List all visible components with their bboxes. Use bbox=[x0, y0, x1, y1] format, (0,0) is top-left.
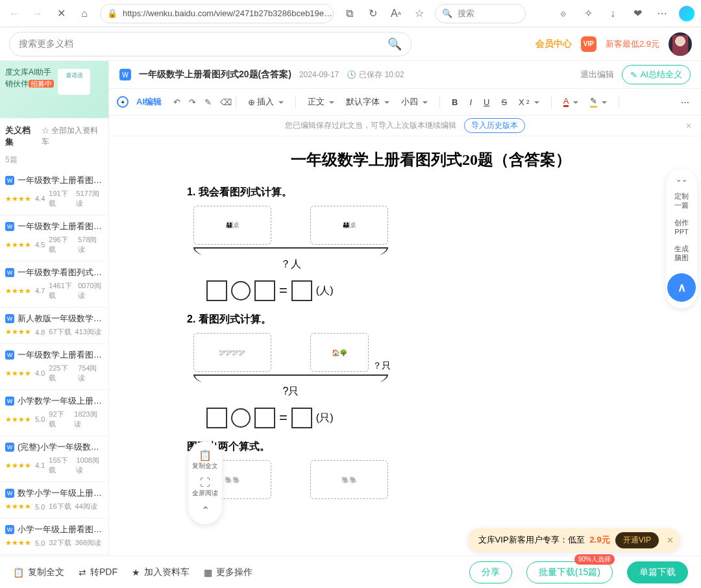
ai-assistant-icon[interactable]: ∧ bbox=[667, 273, 696, 302]
doc-icon: W bbox=[5, 489, 14, 498]
open-vip-button[interactable]: 开通VIP bbox=[615, 532, 659, 548]
redo-button[interactable]: ↷ bbox=[185, 95, 197, 110]
sidebar-item[interactable]: W小学一年级上册看图…★★★★5.032下载368阅读 bbox=[0, 519, 108, 555]
sidebar-item[interactable]: W(完整)小学一年级数…★★★★4.1155下载1008阅读 bbox=[0, 436, 108, 482]
share-button[interactable]: 分享 bbox=[469, 561, 512, 583]
strike-button[interactable]: S bbox=[497, 95, 511, 110]
back-button[interactable]: ← bbox=[6, 6, 22, 21]
member-center-link[interactable]: 会员中心 bbox=[535, 38, 572, 50]
insert-dropdown[interactable]: ⊕ 插入 bbox=[244, 93, 288, 110]
reader-icon[interactable]: ↻ bbox=[365, 6, 380, 21]
sidebar-item[interactable]: W数学小学一年级上册…★★★★5.016下载44阅读 bbox=[0, 482, 108, 519]
to-pdf-button[interactable]: ⇄转PDF bbox=[79, 567, 117, 578]
collections-icon[interactable]: ✧ bbox=[580, 6, 596, 21]
avatar[interactable] bbox=[669, 32, 692, 56]
subscript-button[interactable]: X2 bbox=[515, 95, 543, 110]
font-dropdown[interactable]: 默认字体 bbox=[342, 93, 393, 110]
downloads: 296下载 bbox=[49, 235, 74, 254]
rating: 4.7 bbox=[35, 287, 45, 295]
sidebar-head-text: 关义档集 bbox=[5, 125, 38, 148]
italic-button[interactable]: I bbox=[465, 95, 476, 110]
sidebar-promo[interactable]: 度文库AI助手 销伙伴招募中 邀请函 bbox=[0, 61, 108, 118]
import-history-button[interactable]: 导入历史版本 bbox=[464, 118, 525, 133]
size-dropdown[interactable]: 小四 bbox=[397, 93, 432, 110]
scroll-top-button[interactable]: ⌃ bbox=[201, 504, 210, 517]
paragraph-dropdown[interactable]: 正文 bbox=[304, 93, 338, 110]
underline-button[interactable]: U bbox=[480, 95, 493, 110]
copilot-icon[interactable] bbox=[679, 6, 695, 21]
answer-box[interactable] bbox=[254, 280, 275, 301]
address-bar[interactable]: 🔒 https://wenku.baidu.com/view/2471b27b3… bbox=[100, 4, 334, 23]
q2-brace bbox=[193, 374, 388, 384]
vip-banner-text: 文库VIP新客用户专享：低至 bbox=[478, 534, 585, 546]
single-download-button[interactable]: 单篇下载 bbox=[627, 561, 688, 583]
ai-summary-button[interactable]: ✎AI总结全义 bbox=[622, 65, 691, 84]
answer-box[interactable] bbox=[206, 408, 227, 428]
pdf-icon: ⇄ bbox=[79, 567, 86, 578]
more-ops-button[interactable]: ▦更多操作 bbox=[204, 567, 252, 578]
clear-format-icon[interactable]: ⌫ bbox=[216, 95, 228, 110]
answer-box[interactable] bbox=[206, 280, 227, 301]
copy-icon: 📋 bbox=[13, 567, 24, 578]
search-icon[interactable]: 🔍 bbox=[387, 37, 402, 51]
q2-unit: (只) bbox=[316, 411, 334, 425]
mindmap-button[interactable]: 生成 脑图 bbox=[674, 244, 689, 263]
vip-icon[interactable]: VIP bbox=[581, 36, 596, 52]
downloads: 92下载 bbox=[49, 410, 70, 429]
expand-icon[interactable]: ⌄⌄ bbox=[676, 175, 687, 184]
exit-edit-button[interactable]: 退出编辑 bbox=[580, 69, 614, 80]
custom-article-button[interactable]: 定制 一篇 bbox=[674, 191, 689, 210]
fullscreen-button[interactable]: ⛶全屏阅读 bbox=[192, 477, 218, 498]
favorite-icon[interactable]: ☆ bbox=[412, 6, 427, 21]
text-size-icon[interactable]: AA bbox=[388, 6, 404, 21]
operator-circle[interactable] bbox=[231, 281, 251, 300]
site-search[interactable]: 搜索更多义档 🔍 bbox=[9, 32, 412, 56]
sidebar-item-title: 一年级数学上册看图… bbox=[18, 349, 102, 361]
operator-circle[interactable] bbox=[231, 408, 251, 428]
create-ppt-button[interactable]: 创作 PPT bbox=[674, 218, 689, 237]
sidebar-item[interactable]: W一年级数学上册看图…★★★★4.0225下载754阅读 bbox=[0, 344, 108, 390]
split-screen-icon[interactable]: ⧉ bbox=[341, 6, 357, 21]
reads: 5177阅读 bbox=[76, 189, 103, 208]
add-cart-button[interactable]: ★加入资料车 bbox=[132, 567, 190, 578]
vip-close-icon[interactable]: ✕ bbox=[667, 535, 674, 545]
vip-price: 2.9元 bbox=[590, 534, 610, 546]
batch-download-button[interactable]: 批量下载(15篇) 90%人选择 bbox=[526, 561, 613, 583]
notice-close-icon[interactable]: ✕ bbox=[685, 121, 692, 130]
sidebar-item[interactable]: W一年级数学上册看图…★★★★4.4191下载5177阅读 bbox=[0, 169, 108, 215]
sidebar-item[interactable]: W小学数学一年级上册…★★★★5.092下载1823阅读 bbox=[0, 390, 108, 436]
answer-box[interactable] bbox=[291, 280, 312, 301]
promo-text[interactable]: 新客最低2.9元 bbox=[606, 38, 659, 50]
answer-box[interactable] bbox=[254, 408, 275, 428]
rating: 5.0 bbox=[35, 503, 45, 511]
q2-brace-label: ?只 bbox=[193, 385, 388, 398]
toolbar-more-icon[interactable]: ⋯ bbox=[677, 95, 693, 110]
stars-icon: ★★★★ bbox=[5, 415, 31, 424]
sidebar-item-title: 一年级数学看图列式… bbox=[18, 267, 102, 278]
undo-button[interactable]: ↶ bbox=[169, 95, 181, 110]
stop-button[interactable]: ✕ bbox=[53, 6, 69, 21]
home-button[interactable]: ⌂ bbox=[77, 6, 92, 21]
font-color-button[interactable]: A bbox=[560, 94, 583, 110]
sidebar-item[interactable]: W一年级数学上册看图…★★★★4.5296下载578阅读 bbox=[0, 215, 108, 262]
sidebar-item[interactable]: W新人教版一年级数学…★★★★4.867下载413阅读 bbox=[0, 308, 108, 344]
performance-icon[interactable]: ❤ bbox=[630, 6, 645, 21]
main-area: 度文库AI助手 销伙伴招募中 邀请函 关义档集 ☆ 全部加入资料车 5篇 W一年… bbox=[0, 61, 701, 556]
add-all-button[interactable]: ☆ 全部加入资料车 bbox=[42, 125, 103, 147]
sidebar-item[interactable]: W一年级数学看图列式…★★★★4.71461下载0070阅读 bbox=[0, 262, 108, 308]
browser-search[interactable]: 🔍 搜索 bbox=[435, 4, 526, 23]
format-painter-icon[interactable]: ✎ bbox=[201, 95, 212, 110]
ai-edit-button[interactable]: AI编辑 bbox=[132, 93, 166, 110]
q2-equation: = (只) bbox=[206, 408, 675, 428]
extensions-icon[interactable]: ⟐ bbox=[556, 6, 571, 21]
highlight-button[interactable]: ✎ bbox=[586, 93, 611, 110]
downloads-icon[interactable]: ↓ bbox=[605, 6, 621, 21]
url-text: https://wenku.baidu.com/view/2471b27b328… bbox=[123, 8, 332, 18]
bold-button[interactable]: B bbox=[448, 95, 461, 110]
sidebar-item-title: 新人教版一年级数学… bbox=[18, 313, 102, 325]
copy-full-button[interactable]: 📋复制全文 bbox=[192, 449, 218, 471]
more-icon[interactable]: ⋯ bbox=[654, 6, 670, 21]
lock-icon: 🔒 bbox=[107, 8, 117, 18]
copy-full-button[interactable]: 📋复制全文 bbox=[13, 567, 64, 578]
answer-box[interactable] bbox=[291, 408, 312, 428]
